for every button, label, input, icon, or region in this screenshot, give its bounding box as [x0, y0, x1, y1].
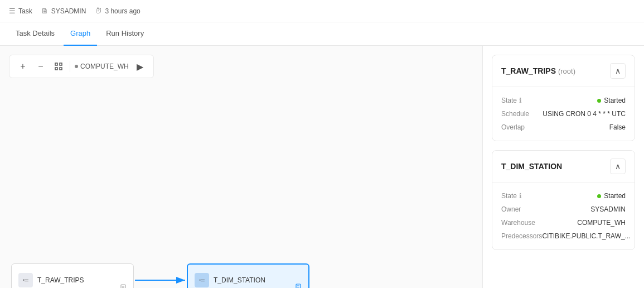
owner-value: SYSADMIN [590, 205, 626, 213]
card-row-overlap: Overlap False [501, 121, 626, 134]
zoom-out-button[interactable]: − [34, 60, 47, 73]
graph-area[interactable]: + − COMPUTE_WH ▶ [0, 46, 482, 288]
card-t-dim-station: T_DIM_STATION ∧ State ℹ Started Owner [492, 150, 635, 250]
card-t-dim-station-body: State ℹ Started Owner SYSADMIN Warehouse… [492, 183, 635, 249]
svg-rect-3 [60, 68, 62, 70]
node-t-dim-station-icon: ≔ [195, 273, 209, 287]
card-row-schedule: Schedule USING CRON 0 4 * * * UTC [501, 107, 626, 121]
top-bar: ☰ Task 🗎 SYSADMIN ⏱ 3 hours ago [0, 0, 644, 22]
tab-graph-label: Graph [70, 29, 90, 37]
state2-dot [597, 194, 601, 198]
svg-rect-0 [55, 63, 57, 65]
time-label: 3 hours ago [105, 7, 140, 15]
state2-text: Started [604, 192, 626, 200]
card-row-state: State ℹ Started [501, 94, 626, 107]
task-label: Task [18, 7, 32, 15]
card-t-dim-station-name: T_DIM_STATION [501, 162, 562, 171]
state-value: Started [597, 97, 626, 104]
node-t-raw-trips-icon: ≔ [18, 273, 33, 287]
node-t-raw-trips-label: T_RAW_TRIPS [37, 276, 127, 284]
graph-toolbar: + − COMPUTE_WH ▶ [9, 55, 154, 78]
state2-info-icon[interactable]: ℹ [519, 192, 522, 200]
user-item: 🗎 SYSADMIN [41, 7, 86, 15]
tab-bar: Task Details Graph Run History [0, 22, 644, 46]
card-t-dim-station-header: T_DIM_STATION ∧ [492, 151, 635, 183]
state-label-group: State ℹ [501, 97, 522, 104]
state-dot [597, 99, 601, 103]
toolbar-divider [70, 61, 70, 72]
tab-task-details-label: Task Details [16, 29, 55, 37]
state2-value: Started [597, 192, 626, 200]
task-item: ☰ Task [9, 7, 32, 15]
tab-run-history[interactable]: Run History [99, 22, 151, 46]
state2-label-group: State ℹ [501, 192, 522, 200]
warehouse-value: COMPUTE_WH [577, 219, 626, 227]
overlap-label: Overlap [501, 123, 525, 131]
clock-icon: ⏱ [95, 7, 102, 15]
state-text: Started [604, 97, 626, 104]
state-label: State [501, 97, 517, 104]
node-t-raw-trips[interactable]: ≔ T_RAW_TRIPS [11, 263, 134, 288]
card-t-raw-trips: T_RAW_TRIPS (root) ∧ State ℹ Started [492, 55, 635, 141]
right-panel: T_RAW_TRIPS (root) ∧ State ℹ Started [482, 46, 644, 288]
card-t-raw-trips-title: T_RAW_TRIPS (root) [501, 66, 575, 75]
card-t-raw-trips-collapse[interactable]: ∧ [610, 63, 626, 79]
graph-svg [0, 46, 482, 288]
tab-task-details[interactable]: Task Details [9, 22, 61, 46]
state-info-icon[interactable]: ℹ [519, 97, 522, 104]
node-t-dim-station-action[interactable] [293, 281, 304, 288]
schedule-label: Schedule [501, 110, 529, 118]
card-row-warehouse: Warehouse COMPUTE_WH [501, 216, 626, 229]
schedule-value: USING CRON 0 4 * * * UTC [543, 110, 626, 118]
card-t-dim-station-collapse[interactable]: ∧ [610, 159, 626, 174]
predecessors-label: Predecessors [501, 232, 542, 240]
predecessors-value: CITIBIKE.PUBLIC.T_RAW_... [542, 232, 630, 240]
svg-rect-1 [60, 63, 62, 65]
card-row-predecessors: Predecessors CITIBIKE.PUBLIC.T_RAW_... [501, 229, 626, 243]
card-t-raw-trips-body: State ℹ Started Schedule USING CRON 0 4 … [492, 87, 635, 141]
fullscreen-button[interactable] [52, 60, 65, 73]
time-item: ⏱ 3 hours ago [95, 7, 140, 15]
node-t-raw-trips-action[interactable] [118, 282, 129, 288]
user-icon: 🗎 [41, 7, 49, 15]
main-layout: + − COMPUTE_WH ▶ [0, 46, 644, 288]
card-row-owner: Owner SYSADMIN [501, 203, 626, 216]
state2-label: State [501, 192, 517, 200]
user-label: SYSADMIN [51, 7, 86, 15]
zoom-in-button[interactable]: + [16, 60, 30, 73]
svg-rect-2 [55, 68, 57, 70]
card-row-state2: State ℹ Started [501, 189, 626, 203]
task-icon: ☰ [9, 7, 16, 15]
tab-graph[interactable]: Graph [64, 22, 97, 46]
card-t-raw-trips-name: T_RAW_TRIPS [501, 66, 556, 75]
owner-label: Owner [501, 205, 521, 213]
card-t-raw-trips-header: T_RAW_TRIPS (root) ∧ [492, 55, 635, 87]
card-t-raw-trips-subtitle: (root) [558, 67, 575, 75]
warehouse-selector[interactable]: COMPUTE_WH [75, 63, 129, 70]
warehouse-dot [75, 65, 78, 68]
node-t-dim-station[interactable]: ≔ T_DIM_STATION [187, 263, 309, 288]
warehouse-name: COMPUTE_WH [80, 63, 129, 70]
play-button[interactable]: ▶ [133, 60, 147, 73]
graph-canvas: ≔ T_RAW_TRIPS ≔ T_DIM_STATION [0, 46, 482, 288]
warehouse-label: Warehouse [501, 219, 535, 227]
card-t-dim-station-title: T_DIM_STATION [501, 162, 562, 171]
overlap-value: False [609, 123, 626, 131]
tab-run-history-label: Run History [106, 29, 144, 37]
node-t-dim-station-label: T_DIM_STATION [214, 276, 302, 284]
